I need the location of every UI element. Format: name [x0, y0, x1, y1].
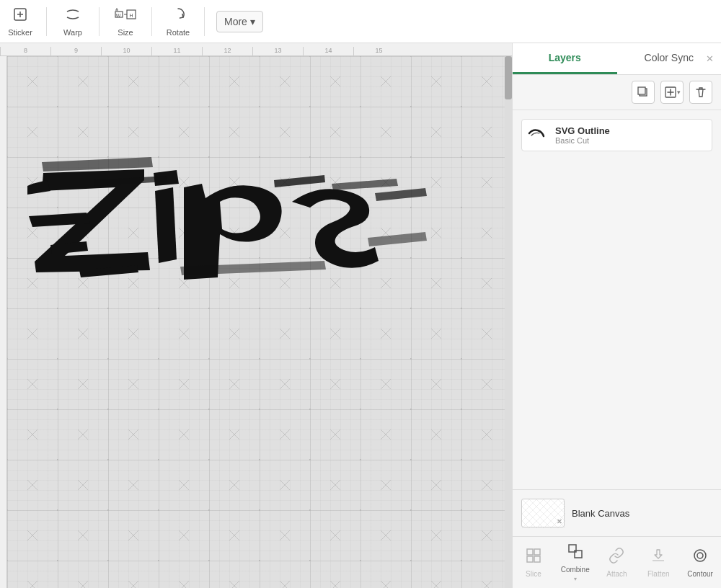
scroll-thumb[interactable] — [505, 56, 512, 99]
more-arrow: ▾ — [250, 16, 255, 27]
ruler-mark: 12 — [202, 47, 252, 55]
flatten-label: Flatten — [647, 570, 670, 578]
attach-tool[interactable]: Attach — [597, 547, 637, 578]
zips-svg — [22, 144, 454, 303]
combine-icon — [567, 543, 584, 564]
more-button[interactable]: More ▾ — [216, 11, 263, 32]
layer-name: SVG Outline — [555, 125, 610, 136]
tab-layers[interactable]: Layers — [513, 43, 617, 74]
grid-x-marks — [7, 56, 505, 588]
zips-artwork — [22, 144, 454, 310]
delete-layer-button[interactable] — [689, 81, 712, 104]
ruler-vertical — [0, 56, 7, 588]
tab-layers-label: Layers — [549, 52, 581, 63]
svg-point-24 — [697, 553, 703, 558]
blank-canvas-label: Blank Canvas — [572, 508, 629, 519]
add-layer-arrow: ▾ — [677, 89, 681, 96]
attach-icon — [608, 547, 625, 568]
size-label: Size — [118, 28, 133, 37]
blank-canvas-section: ✕ Blank Canvas — [513, 489, 721, 536]
sep4 — [204, 7, 205, 36]
attach-label: Attach — [606, 570, 627, 578]
svg-rect-19 — [534, 556, 540, 562]
ruler-mark: 10 — [101, 47, 151, 55]
svg-rect-18 — [527, 556, 533, 562]
contour-tool[interactable]: Contour — [681, 547, 720, 578]
scrollbar-vertical[interactable] — [505, 56, 512, 588]
canvas-area[interactable]: 8 9 10 11 12 13 14 15 — [0, 43, 512, 588]
combine-arrow: ▾ — [574, 576, 577, 582]
ruler-mark: 13 — [252, 47, 303, 55]
sep2 — [99, 7, 99, 36]
top-toolbar: Sticker Warp W H Size — [0, 0, 721, 43]
layer-list: SVG Outline Basic Cut — [513, 110, 721, 489]
layer-info: SVG Outline Basic Cut — [555, 125, 610, 145]
combine-tool[interactable]: Combine ▾ — [555, 543, 595, 582]
layer-type: Basic Cut — [555, 136, 610, 145]
panel-close-icon[interactable]: ✕ — [706, 53, 714, 64]
ruler-mark: 9 — [50, 47, 101, 55]
size-icon: W H — [114, 6, 137, 27]
ruler-mark: 14 — [303, 47, 353, 55]
panel-tabs: Layers Color Sync ✕ — [513, 43, 721, 75]
svg-rect-11 — [638, 87, 645, 94]
slice-label: Slice — [526, 570, 541, 578]
sep1 — [46, 7, 47, 36]
flatten-icon — [650, 547, 667, 568]
blank-canvas-preview: ✕ — [521, 499, 565, 527]
warp-icon — [64, 6, 81, 27]
svg-rect-9 — [7, 56, 505, 588]
more-label: More — [224, 16, 247, 27]
blank-canvas-item[interactable]: ✕ Blank Canvas — [521, 499, 712, 527]
slice-tool[interactable]: Slice — [513, 547, 553, 578]
main-container: 8 9 10 11 12 13 14 15 — [0, 43, 721, 588]
duplicate-layer-button[interactable] — [632, 81, 655, 104]
contour-icon — [691, 547, 709, 568]
slice-icon — [525, 547, 542, 568]
blank-canvas-close: ✕ — [557, 518, 562, 525]
contour-label: Contour — [687, 570, 713, 578]
canvas-grid — [7, 56, 505, 588]
bottom-toolbar: Slice Combine ▾ — [513, 536, 721, 588]
warp-tool[interactable]: Warp — [58, 6, 87, 37]
svg-rect-15 — [522, 499, 565, 528]
combine-label: Combine — [561, 566, 590, 574]
sticker-label: Sticker — [8, 28, 32, 37]
rotate-label: Rotate — [167, 28, 190, 37]
ruler-mark: 8 — [0, 47, 50, 55]
warp-label: Warp — [63, 28, 82, 37]
rotate-icon — [169, 6, 187, 27]
ruler-horizontal: 8 9 10 11 12 13 14 15 — [0, 43, 512, 56]
panel-toolbar: ▾ — [513, 75, 721, 110]
sticker-tool[interactable]: Sticker — [6, 6, 35, 37]
svg-rect-16 — [527, 549, 533, 555]
size-tool[interactable]: W H Size — [111, 6, 140, 37]
rotate-tool[interactable]: Rotate — [164, 6, 193, 37]
tab-color-sync-label: Color Sync — [645, 52, 694, 63]
svg-rect-17 — [534, 549, 540, 555]
svg-rect-22 — [653, 560, 664, 561]
sep3 — [151, 7, 152, 36]
sticker-icon — [12, 6, 29, 27]
ruler-mark: 11 — [151, 47, 202, 55]
right-panel: Layers Color Sync ✕ ▾ — [512, 43, 721, 588]
add-layer-button[interactable]: ▾ — [660, 81, 684, 104]
layer-svg-icon — [528, 126, 548, 145]
svg-text:H: H — [129, 13, 133, 18]
layer-item[interactable]: SVG Outline Basic Cut — [521, 119, 712, 151]
flatten-tool[interactable]: Flatten — [639, 547, 678, 578]
ruler-mark: 15 — [353, 47, 404, 55]
svg-point-23 — [694, 550, 706, 561]
svg-text:W: W — [116, 13, 121, 18]
